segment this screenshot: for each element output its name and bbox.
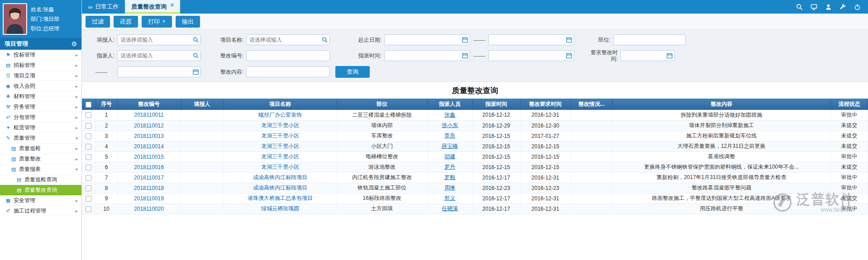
gear-icon[interactable]: ⚙ [71, 40, 77, 47]
sidebar-item-14[interactable]: ▦安全管理▸ [0, 195, 81, 206]
sidebar-item-3[interactable]: ◉收入合同▸ [0, 81, 81, 91]
column-header-10[interactable]: 流程状态 [831, 99, 868, 110]
row-checkbox[interactable] [86, 112, 91, 118]
select-all-checkbox[interactable] [86, 102, 91, 108]
sidebar-item-8[interactable]: ✎质量管理▾ [0, 133, 81, 143]
column-header-8[interactable]: 整改情况... [571, 99, 612, 110]
restore-button[interactable]: 还原 [114, 16, 138, 28]
tab-0[interactable]: ∞日常工作 [82, 0, 125, 14]
column-header-5[interactable]: 指派人员 [427, 99, 472, 110]
rectify-code-link[interactable]: 2018110012 [134, 123, 164, 129]
sidebar-item-1[interactable]: ▤招标管理▸ [0, 60, 81, 71]
calendar-icon[interactable] [462, 53, 468, 59]
row-checkbox[interactable] [86, 206, 91, 212]
row-checkbox[interactable] [86, 165, 91, 170]
filter-button[interactable]: 过滤 [86, 16, 110, 28]
user-icon[interactable] [825, 4, 832, 10]
rectify-code-link[interactable]: 2018110017 [134, 175, 164, 181]
close-tab-icon[interactable]: × [170, 3, 174, 7]
project-link[interactable]: 龙湖三千里小区 [261, 143, 299, 149]
sidebar-item-10[interactable]: ▨质量整改▸ [0, 154, 81, 164]
assignee-link[interactable]: 章燕 [444, 132, 455, 139]
rectify-code-link[interactable]: 2018110019 [134, 195, 164, 202]
project-link[interactable]: 港珠澳大桥施工总承包项目 [248, 195, 313, 201]
rectify-code-link[interactable]: 2018110013 [134, 133, 164, 139]
sidebar-item-6[interactable]: x²分包管理▸ [0, 112, 81, 123]
sidebar-item-2[interactable]: ☰项目立项▸ [0, 71, 81, 81]
monitor-icon[interactable] [811, 4, 817, 10]
project-link[interactable]: 龙湖三千里小区 [261, 122, 299, 128]
assignee-link[interactable]: 罗丹 [444, 164, 455, 170]
row-checkbox[interactable] [86, 175, 91, 181]
assignee-link[interactable]: 任晓溪 [442, 205, 458, 212]
project-link[interactable]: 龙湖三千里小区 [261, 153, 299, 160]
tab-1[interactable]: 质量整改查询× [125, 0, 180, 14]
search-icon[interactable] [193, 37, 199, 43]
assign-time-end-input[interactable] [488, 50, 574, 61]
row-checkbox[interactable] [86, 123, 91, 129]
search-icon[interactable] [193, 53, 199, 59]
project-link[interactable]: 成渝高铁内江标段项目 [253, 174, 307, 180]
require-time-end-input[interactable] [117, 66, 201, 77]
reporter-input[interactable] [117, 34, 201, 45]
column-header-7[interactable]: 整改要求时间 [520, 99, 571, 110]
project-link[interactable]: 龙湖三千里小区 [261, 132, 299, 139]
rectify-code-input[interactable] [246, 50, 330, 61]
assignee-link[interactable]: 罗毅 [444, 174, 455, 180]
sidebar-item-11[interactable]: ▨质量报表▾ [0, 164, 81, 175]
assignee-link[interactable]: 郑义 [444, 195, 455, 201]
start-date-input[interactable] [384, 34, 470, 45]
sidebar-item-13[interactable]: ▤质量整改查询 [0, 185, 81, 195]
row-checkbox[interactable] [86, 185, 91, 191]
power-icon[interactable] [854, 4, 861, 10]
row-checkbox[interactable] [86, 196, 91, 202]
assignee-link[interactable]: 薛宝峰 [442, 143, 458, 149]
sidebar-item-7[interactable]: ✦租赁管理▸ [0, 123, 81, 133]
calendar-icon[interactable] [566, 37, 572, 43]
sidebar-item-5[interactable]: ⚒劳务管理▸ [0, 102, 81, 112]
calendar-icon[interactable] [462, 37, 468, 43]
sidebar-item-0[interactable]: ⚑投标管理▸ [0, 50, 81, 60]
end-date-input[interactable] [488, 34, 574, 45]
assigner-input[interactable] [117, 50, 201, 61]
search-icon[interactable] [322, 37, 328, 43]
sidebar-item-12[interactable]: ▤质量巡检查询 [0, 175, 81, 185]
rectify-code-link[interactable]: 2018110018 [134, 185, 164, 191]
row-checkbox[interactable] [86, 144, 91, 150]
project-link[interactable]: 绿城云栖玫瑰园 [261, 205, 299, 212]
query-button[interactable]: 查询 [335, 66, 370, 78]
assignee-link[interactable]: 周琳 [444, 184, 455, 191]
rectify-code-link[interactable]: 2018110014 [134, 143, 164, 150]
calendar-icon[interactable] [667, 53, 672, 59]
calendar-icon[interactable] [193, 69, 199, 75]
print-button[interactable]: 打印▼ [142, 16, 172, 28]
assignee-link[interactable]: 胡建 [444, 153, 455, 160]
part-input[interactable] [613, 34, 686, 45]
sidebar-item-9[interactable]: ▨质量巡检▸ [0, 143, 81, 154]
column-header-2[interactable]: 填报人 [181, 99, 224, 110]
column-header-1[interactable]: 整改编号 [117, 99, 181, 110]
row-checkbox[interactable] [86, 154, 91, 160]
column-header-6[interactable]: 指派时间 [472, 99, 520, 110]
project-link[interactable]: 龙湖三千里小区 [261, 164, 299, 170]
column-header-9[interactable]: 整改内容 [612, 99, 831, 110]
export-button[interactable]: 输出 [176, 16, 200, 28]
column-header-3[interactable]: 项目名称 [224, 99, 337, 110]
assignee-link[interactable]: 张小东 [442, 122, 458, 128]
rectify-code-link[interactable]: 2018110015 [134, 154, 164, 160]
search-icon[interactable] [796, 4, 803, 10]
assign-time-start-input[interactable] [384, 50, 470, 61]
project-link[interactable]: 螺丝厂办公室装饰 [258, 112, 302, 118]
rectify-code-link[interactable]: 2018110011 [134, 112, 164, 118]
project-name-input[interactable] [246, 34, 330, 45]
rectify-code-link[interactable]: 2018110020 [134, 206, 164, 212]
calendar-icon[interactable] [566, 53, 572, 59]
sidebar-item-15[interactable]: ✐施工过程管理▸ [0, 206, 81, 216]
sidebar-item-4[interactable]: ❖材料管理▸ [0, 91, 81, 102]
column-header-0[interactable]: 序号 [95, 99, 117, 110]
assignee-link[interactable]: 张鑫 [444, 112, 455, 118]
rectify-content-input[interactable] [246, 66, 330, 77]
wrench-icon[interactable] [839, 4, 846, 10]
column-header-4[interactable]: 部位 [337, 99, 427, 110]
project-link[interactable]: 成渝高铁内江标段项目 [253, 184, 307, 191]
